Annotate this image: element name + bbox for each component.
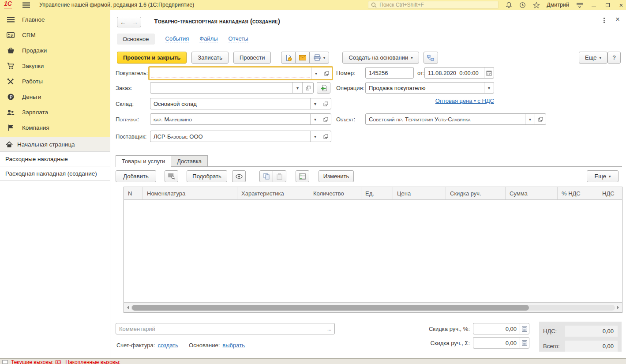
number-input[interactable] xyxy=(366,68,413,78)
post-button[interactable]: Провести xyxy=(233,52,271,64)
post-and-close-button[interactable]: Провести и закрыть xyxy=(117,52,187,64)
loading-field[interactable]: кар. Манушкино ▾ xyxy=(150,113,331,125)
comment-expand-button[interactable]: ... xyxy=(324,323,334,334)
price-type-link[interactable]: Оптовая цена • с НДС xyxy=(435,98,494,104)
back-button[interactable]: ← xyxy=(117,17,129,27)
tab-faily[interactable]: Файлы xyxy=(199,35,217,42)
object-input[interactable]: Советский пр. Территория Усть-Славянка xyxy=(366,114,525,124)
copy-rows-icon[interactable] xyxy=(259,170,273,182)
forward-button[interactable]: → xyxy=(129,17,141,27)
order-field[interactable]: ▾ xyxy=(150,82,314,94)
minimize-window-icon[interactable] xyxy=(591,2,597,8)
warehouse-dropdown-icon[interactable]: ▾ xyxy=(310,98,320,109)
create-based-on-button[interactable]: Создать на основании▾ xyxy=(342,52,419,64)
calendar-icon[interactable] xyxy=(484,68,494,78)
sidebar-item-zarplata[interactable]: Зарплата xyxy=(0,105,110,120)
table-body-empty[interactable] xyxy=(124,200,622,302)
favorites-star-icon[interactable] xyxy=(533,2,540,8)
view-icon[interactable] xyxy=(232,170,246,182)
column-header-n[interactable]: N xyxy=(124,187,143,199)
date-input[interactable] xyxy=(425,68,484,78)
supplier-open-icon[interactable] xyxy=(320,131,331,142)
operation-input[interactable]: Продажа покупателю xyxy=(366,83,484,93)
send-email-icon[interactable] xyxy=(295,52,310,64)
related-documents-icon[interactable] xyxy=(424,52,438,64)
tab-otchety[interactable]: Отчеты xyxy=(229,35,248,42)
save-button[interactable]: Записать xyxy=(191,52,229,64)
sidebar-item-prodazhi[interactable]: Продажи xyxy=(0,43,110,58)
supplier-input[interactable]: ЛСР-Базовые ООО xyxy=(150,131,310,142)
invoice-create-link[interactable]: создать xyxy=(157,342,178,349)
items-more-button[interactable]: Еще▾ xyxy=(587,170,619,182)
barcode-scan-icon[interactable] xyxy=(165,170,178,182)
form-close-icon[interactable]: × xyxy=(615,16,620,23)
history-icon[interactable] xyxy=(519,2,526,8)
add-row-button[interactable]: Добавить xyxy=(116,170,156,182)
order-open-icon[interactable] xyxy=(302,83,313,93)
buyer-input[interactable] xyxy=(150,68,311,79)
edit-row-button[interactable]: Изменить xyxy=(319,170,354,182)
column-header-cena[interactable]: Цена xyxy=(393,187,446,199)
scroll-left-icon[interactable] xyxy=(125,303,131,312)
number-field[interactable] xyxy=(365,67,414,79)
tab-sobytiya[interactable]: События xyxy=(165,35,189,42)
column-header-ed[interactable]: Ед. xyxy=(361,187,393,199)
tab-osnovnoe[interactable]: Основное xyxy=(117,34,155,45)
sidebar-item-raboty[interactable]: Работы xyxy=(0,74,110,89)
loading-dropdown-icon[interactable]: ▾ xyxy=(310,114,320,124)
column-header-summa[interactable]: Сумма xyxy=(506,187,558,199)
column-header-skidka[interactable]: Скидка руч. xyxy=(446,187,506,199)
print-button[interactable]: ▾ xyxy=(309,52,329,64)
sidebar-item-zakupki[interactable]: Закупки xyxy=(0,58,110,74)
warehouse-open-icon[interactable] xyxy=(320,98,331,109)
operation-dropdown-icon[interactable]: ▾ xyxy=(484,83,494,93)
paste-rows-icon[interactable] xyxy=(273,170,286,182)
comment-input[interactable] xyxy=(116,323,324,334)
list-settings-icon[interactable] xyxy=(296,170,309,182)
posting-status-icon[interactable] xyxy=(281,52,296,64)
scroll-right-icon[interactable] xyxy=(615,303,621,312)
calculator-icon[interactable] xyxy=(520,323,529,334)
tab-tovary-i-uslugi[interactable]: Товары и услуги xyxy=(116,155,171,167)
scrollbar-thumb[interactable] xyxy=(132,305,529,311)
sidebar-item-crm[interactable]: CRM xyxy=(0,27,110,43)
discount-pct-field[interactable] xyxy=(473,323,529,334)
supplier-dropdown-icon[interactable]: ▾ xyxy=(310,131,320,142)
column-header-kolichestvo[interactable]: Количество xyxy=(309,187,361,199)
open-window-invoice-new[interactable]: Расходная накладная (создание) xyxy=(0,166,110,181)
column-header-nomenklatura[interactable]: Номенклатура xyxy=(143,187,237,199)
open-window-home[interactable]: Начальная страница xyxy=(0,137,110,152)
tab-dostavka[interactable]: Доставка xyxy=(171,155,208,166)
column-header-harakteristika[interactable]: Характеристика xyxy=(237,187,309,199)
buyer-field[interactable]: ▾ xyxy=(148,66,333,80)
operation-field[interactable]: Продажа покупателю ▾ xyxy=(365,82,494,94)
loading-input[interactable]: кар. Манушкино xyxy=(150,114,310,124)
pick-items-button[interactable]: Подобрать xyxy=(187,170,227,182)
discount-sum-input[interactable] xyxy=(473,338,520,348)
warehouse-field[interactable]: Основной склад ▾ xyxy=(150,98,331,109)
order-input[interactable] xyxy=(150,83,292,93)
horizontal-scrollbar[interactable] xyxy=(124,302,622,312)
user-menu-icon[interactable] xyxy=(576,2,583,8)
object-field[interactable]: Советский пр. Территория Усть-Славянка ▾ xyxy=(365,113,546,125)
sidebar-item-glavnoe[interactable]: Главное xyxy=(0,12,110,27)
form-more-button[interactable]: Еще▾ xyxy=(579,52,607,64)
supplier-field[interactable]: ЛСР-Базовые ООО ▾ xyxy=(150,131,331,142)
sidebar-item-dengi[interactable]: Деньги xyxy=(0,89,110,105)
sidebar-item-kompaniya[interactable]: Компания xyxy=(0,120,110,135)
comment-field[interactable]: ... xyxy=(116,323,335,334)
column-header-pct-nds[interactable]: % НДС xyxy=(558,187,598,199)
column-header-nds[interactable]: НДС xyxy=(598,187,622,199)
calls-indicator-icon[interactable] xyxy=(2,360,8,364)
open-window-invoices-list[interactable]: Расходные накладные xyxy=(0,152,110,166)
object-open-icon[interactable] xyxy=(535,114,546,124)
object-dropdown-icon[interactable]: ▾ xyxy=(525,114,535,124)
date-field[interactable] xyxy=(424,67,494,79)
loading-open-icon[interactable] xyxy=(320,114,331,124)
main-menu-icon[interactable] xyxy=(22,2,30,8)
basis-select-link[interactable]: выбрать xyxy=(222,342,245,349)
1c-logo[interactable]: 1С xyxy=(4,0,12,9)
fill-from-order-icon[interactable] xyxy=(317,82,330,94)
global-search-box[interactable] xyxy=(368,1,499,9)
scrollbar-track[interactable] xyxy=(131,305,615,311)
